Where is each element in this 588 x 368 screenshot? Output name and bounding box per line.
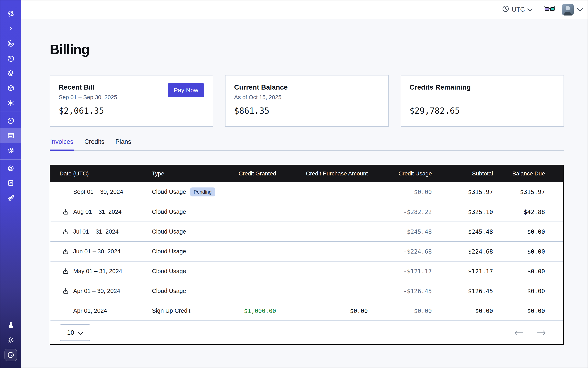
user-menu-button[interactable]	[577, 8, 583, 11]
credits-remaining-card: Credits Remaining $29,782.65	[401, 75, 564, 127]
page-size-select[interactable]: 10	[60, 324, 90, 341]
col-header-balance-due: Balance Due	[493, 170, 545, 177]
invoice-row: Jul 01 – 31, 2024 Cloud Usage -$245.48 $…	[50, 221, 563, 241]
invoice-type: Cloud Usage	[152, 188, 186, 195]
invoice-type-cell: Cloud Usage	[152, 268, 221, 275]
theme-toggle[interactable]	[0, 332, 21, 347]
download-invoice-icon[interactable]	[62, 267, 70, 275]
invoice-row: Jun 01 – 30, 2024 Cloud Usage -$224.68 $…	[50, 241, 563, 261]
credit-granted-value: $1,000.00	[221, 307, 276, 314]
invoice-row: Apr 01, 2024 Sign Up Credit $1,000.00 $0…	[50, 301, 563, 321]
sidebar-divider	[0, 111, 21, 112]
user-avatar[interactable]	[562, 4, 574, 16]
sidebar-divider	[0, 159, 21, 159]
invoice-date: May 01 – 31, 2024	[73, 268, 122, 275]
pager	[514, 330, 546, 336]
asterisk-icon	[7, 99, 15, 107]
sidebar-item-docs[interactable]	[0, 176, 21, 191]
chevron-right-icon	[8, 25, 14, 32]
invoice-date-cell: Sept 01 – 30, 2024	[50, 188, 152, 195]
gauge-icon	[7, 117, 15, 125]
invoice-row: May 01 – 31, 2024 Cloud Usage -$121.17 $…	[50, 261, 563, 281]
card-subtitle	[410, 94, 555, 101]
invoice-date-cell: Jun 01 – 30, 2024	[50, 248, 152, 255]
credit-usage-value: -$245.48	[368, 228, 432, 235]
billing-tabs: Invoices Credits Plans	[50, 138, 564, 151]
main-area: UTC	[21, 0, 588, 368]
timezone-label: UTC	[512, 6, 525, 13]
arrow-right-icon	[536, 330, 546, 336]
credit-usage-value: -$121.17	[368, 268, 432, 275]
invoice-date: Jun 01 – 30, 2024	[73, 248, 120, 255]
col-header-credit-purchase: Credit Purchase Amount	[276, 170, 368, 177]
sidebar-item-support[interactable]	[0, 161, 21, 176]
content: Billing Recent Bill Sep 01 – Sep 30, 202…	[21, 19, 588, 368]
invoice-date-cell: May 01 – 31, 2024	[50, 267, 152, 275]
subtotal-value: $0.00	[432, 307, 493, 314]
sidebar-item-deploy[interactable]	[0, 191, 21, 205]
credit-usage-value: -$126.45	[368, 288, 432, 294]
history-timer-icon	[7, 55, 15, 62]
download-invoice-icon[interactable]	[62, 228, 70, 236]
invoice-type-cell: Sign Up Credit	[152, 307, 221, 314]
invoice-type-cell: Cloud Usage	[152, 209, 221, 215]
sidebar-item-layers[interactable]	[0, 66, 21, 81]
table-header: Date (UTC) Type Credit Granted Credit Pu…	[50, 165, 563, 182]
previous-page-button[interactable]	[514, 330, 524, 336]
invoice-type: Sign Up Credit	[152, 307, 190, 314]
invoice-type: Cloud Usage	[152, 228, 186, 235]
invoice-date-cell: Apr 01, 2024	[50, 307, 152, 314]
sidebar-item-observe[interactable]	[0, 36, 21, 51]
billing-card-icon	[7, 132, 15, 139]
app-logo[interactable]	[0, 6, 21, 21]
subtotal-value: $224.68	[432, 248, 493, 255]
rocket-icon	[7, 194, 15, 202]
invoice-date: Aug 01 – 31, 2024	[73, 209, 121, 215]
tab-invoices[interactable]: Invoices	[50, 138, 74, 150]
docs-book-sparkle-icon	[7, 179, 15, 187]
invoice-date: Apr 01 – 30, 2024	[73, 288, 120, 294]
invoice-row: Sept 01 – 30, 2024 Cloud Usage Pending $…	[50, 182, 563, 202]
tab-credits[interactable]: Credits	[84, 138, 105, 150]
card-title: Credits Remaining	[410, 83, 555, 91]
sidebar-item-usage[interactable]	[0, 113, 21, 128]
credit-usage-value: $0.00	[368, 307, 432, 314]
download-invoice-icon[interactable]	[62, 287, 70, 295]
balance-due-value: $0.00	[493, 288, 545, 294]
download-invoice-icon[interactable]	[62, 208, 70, 216]
invoice-date: Sept 01 – 30, 2024	[73, 188, 123, 195]
credit-usage-value: $0.00	[368, 188, 432, 195]
sidebar-item-labs[interactable]	[0, 318, 21, 332]
settings-gear-icon	[7, 147, 15, 154]
subtotal-value: $315.97	[432, 188, 493, 195]
invoice-date-cell: Apr 01 – 30, 2024	[50, 287, 152, 295]
helm-wheel-icon	[7, 165, 15, 172]
recent-bill-card: Recent Bill Sep 01 – Sep 30, 2025 $2,061…	[50, 75, 213, 127]
sidebar-item-billing[interactable]	[0, 128, 21, 143]
credit-purchase-value: $0.00	[276, 307, 368, 314]
sidebar-item-history[interactable]	[0, 51, 21, 66]
sidebar-collapse-toggle[interactable]	[0, 21, 21, 36]
credits-button[interactable]: $	[0, 347, 21, 362]
3d-glasses-icon	[544, 6, 555, 13]
chevron-down-icon	[577, 8, 583, 11]
next-page-button[interactable]	[536, 330, 546, 336]
invoice-type-cell: Cloud Usage	[152, 228, 221, 235]
tab-plans[interactable]: Plans	[115, 138, 132, 150]
col-header-date: Date (UTC)	[50, 170, 152, 177]
col-header-subtotal: Subtotal	[432, 170, 493, 177]
balance-due-value: $0.00	[493, 248, 545, 255]
svg-text:$: $	[9, 353, 12, 357]
sidebar-item-settings[interactable]	[0, 143, 21, 158]
summary-cards: Recent Bill Sep 01 – Sep 30, 2025 $2,061…	[50, 75, 564, 127]
pay-now-button[interactable]: Pay Now	[168, 83, 204, 97]
page-size-value: 10	[67, 329, 74, 336]
vision-mode-button[interactable]	[544, 6, 555, 13]
invoice-type-cell: Cloud Usage	[152, 248, 221, 255]
card-subtitle: As of Oct 15, 2025	[234, 94, 380, 101]
sidebar-item-packages[interactable]	[0, 81, 21, 95]
chevron-down-icon	[78, 329, 83, 336]
timezone-selector[interactable]: UTC	[502, 5, 533, 14]
download-invoice-icon[interactable]	[62, 248, 70, 255]
sidebar-item-functions[interactable]	[0, 95, 21, 110]
